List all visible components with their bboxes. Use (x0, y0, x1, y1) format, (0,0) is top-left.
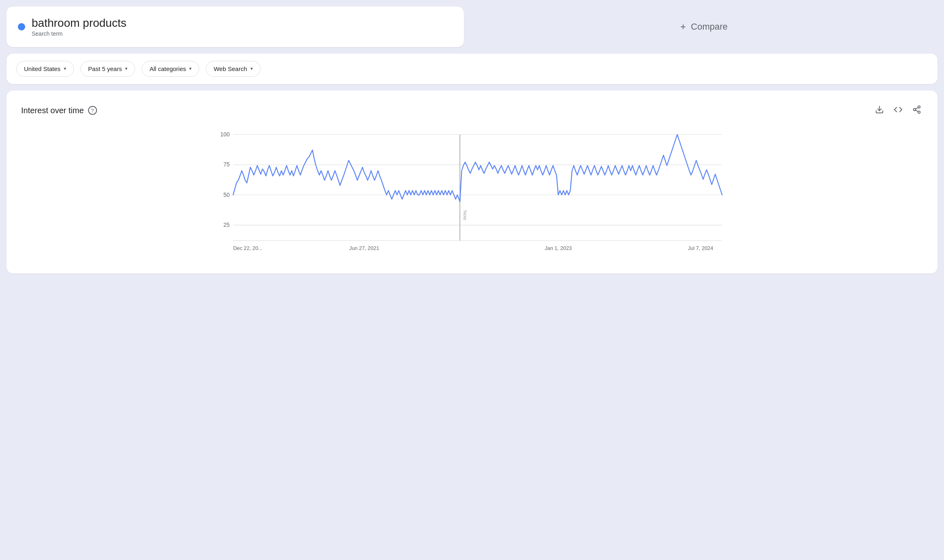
x-label-2023: Jan 1, 2023 (545, 245, 572, 251)
filter-category-label: All categories (149, 65, 186, 72)
code-button[interactable] (892, 103, 904, 118)
interest-chart: 100 75 50 25 Note Dec 22, 20... Jun 27, … (21, 124, 923, 262)
filter-period-label: Past 5 years (88, 65, 122, 72)
search-term-sublabel: Search term (32, 30, 63, 37)
download-button[interactable] (873, 103, 886, 118)
compare-label: Compare (691, 22, 727, 32)
search-term-card: bathroom products Search term (6, 6, 464, 47)
chart-header: Interest over time ? (21, 103, 923, 118)
chart-card: Interest over time ? (6, 90, 938, 274)
compare-card[interactable]: + Compare (470, 6, 938, 47)
x-label-2021: Jun 27, 2021 (349, 245, 379, 251)
y-label-25: 25 (224, 221, 230, 228)
download-icon (875, 105, 884, 114)
svg-line-5 (916, 108, 918, 109)
chevron-down-icon: ▾ (250, 66, 253, 71)
y-label-75: 75 (224, 161, 230, 168)
x-label-2024: Jul 7, 2024 (688, 245, 713, 251)
y-label-100: 100 (220, 131, 230, 137)
search-term-text: bathroom products Search term (32, 16, 126, 37)
filter-category[interactable]: All categories ▾ (142, 61, 199, 77)
x-label-start: Dec 22, 20... (233, 245, 262, 251)
chart-actions (873, 103, 923, 118)
filter-search-type-label: Web Search (213, 65, 247, 72)
chevron-down-icon: ▾ (189, 66, 192, 71)
share-button[interactable] (911, 103, 923, 118)
chart-title-area: Interest over time ? (21, 106, 97, 115)
chevron-down-icon: ▾ (125, 66, 127, 71)
chart-line (233, 134, 722, 202)
chart-area: 100 75 50 25 Note Dec 22, 20... Jun 27, … (21, 124, 923, 264)
filter-search-type[interactable]: Web Search ▾ (206, 61, 260, 77)
chevron-down-icon: ▾ (64, 66, 66, 71)
search-term-title: bathroom products (32, 16, 126, 30)
filters-bar: United States ▾ Past 5 years ▾ All categ… (6, 54, 938, 84)
help-icon[interactable]: ? (88, 106, 97, 115)
filter-period[interactable]: Past 5 years ▾ (80, 61, 135, 77)
compare-plus-icon: + (680, 21, 686, 32)
svg-line-4 (916, 110, 918, 112)
y-label-50: 50 (224, 191, 230, 198)
filter-region-label: United States (24, 65, 60, 72)
search-term-dot (18, 23, 25, 30)
chart-title: Interest over time (21, 106, 84, 115)
filter-region[interactable]: United States ▾ (16, 61, 74, 77)
share-icon (912, 105, 921, 114)
code-icon (894, 105, 903, 114)
note-text: Note (463, 210, 468, 220)
